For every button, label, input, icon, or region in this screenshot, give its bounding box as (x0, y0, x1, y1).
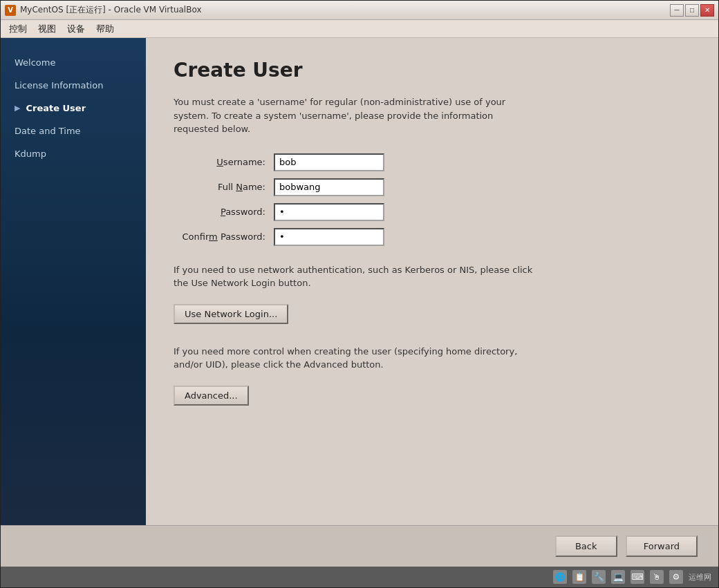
back-button[interactable]: Back (555, 535, 617, 557)
sidebar-welcome-label: Welcome (15, 57, 55, 68)
password-label: Password: (174, 207, 274, 217)
sidebar: Welcome License Information ▶ Create Use… (1, 38, 146, 525)
advanced-button[interactable]: Advanced... (174, 386, 249, 406)
username-label-text: Username: (216, 157, 265, 167)
sidebar-item-welcome[interactable]: Welcome (1, 52, 146, 73)
menu-devices[interactable]: 设备 (62, 21, 91, 37)
confirm-password-label: Confirm Password: (174, 231, 274, 242)
sidebar-item-date-time[interactable]: Date and Time (1, 120, 146, 142)
network-login-button[interactable]: Use Network Login... (174, 304, 288, 324)
status-icon-7: ⚙ (669, 570, 683, 584)
sidebar-kdump-label: Kdump (15, 149, 46, 159)
status-icon-3: 🔧 (592, 570, 606, 584)
advanced-description: If you need more control when creating t… (174, 345, 533, 372)
content-panel: Create User You must create a 'username'… (146, 38, 718, 525)
fullname-label: Full Name: (174, 182, 274, 192)
page-title: Create User (174, 59, 691, 82)
username-label: Username: (174, 157, 274, 167)
sidebar-item-create-user[interactable]: ▶ Create User (1, 97, 146, 119)
page-description: You must create a 'username' for regular… (174, 95, 533, 136)
main-area: Welcome License Information ▶ Create Use… (1, 38, 718, 525)
main-window: V MyCentOS [正在运行] - Oracle VM VirtualBox… (0, 0, 719, 588)
status-icon-4: 💻 (611, 570, 625, 584)
window-controls: ─ □ ✕ (670, 4, 714, 17)
status-icon-6: 🖱 (650, 570, 664, 584)
bottom-bar: Back Forward (1, 525, 718, 567)
forward-button[interactable]: Forward (626, 535, 698, 557)
window-title: MyCentOS [正在运行] - Oracle VM VirtualBox (20, 4, 201, 16)
sidebar-license-label: License Information (15, 80, 103, 91)
status-icon-5: ⌨ (631, 570, 644, 584)
statusbar: 🌐 📋 🔧 💻 ⌨ 🖱 ⚙ 运维网 (1, 567, 718, 587)
close-button[interactable]: ✕ (700, 4, 714, 17)
menu-help[interactable]: 帮助 (91, 21, 120, 37)
menu-control[interactable]: 控制 (3, 21, 32, 37)
app-icon: V (5, 5, 16, 16)
menu-view[interactable]: 视图 (32, 21, 62, 37)
username-row: Username: (174, 153, 691, 171)
confirm-password-row: Confirm Password: (174, 228, 691, 246)
titlebar-left: V MyCentOS [正在运行] - Oracle VM VirtualBox (5, 4, 201, 16)
sidebar-create-user-label: Create User (26, 103, 86, 113)
titlebar: V MyCentOS [正在运行] - Oracle VM VirtualBox… (1, 1, 718, 20)
password-label-text: Password: (221, 207, 265, 217)
fullname-input[interactable] (274, 178, 384, 196)
status-icon-1: 🌐 (553, 570, 567, 584)
fullname-label-text: Full Name: (218, 182, 265, 192)
network-description: If you need to use network authenticatio… (174, 263, 533, 290)
sidebar-item-kdump[interactable]: Kdump (1, 143, 146, 164)
menubar: 控制 视图 设备 帮助 (1, 20, 718, 38)
sidebar-item-license[interactable]: License Information (1, 75, 146, 96)
username-input[interactable] (274, 153, 384, 171)
status-icon-2: 📋 (572, 570, 586, 584)
sidebar-datetime-label: Date and Time (15, 126, 81, 136)
user-form: Username: Full Name: Password: (174, 153, 691, 246)
password-input[interactable] (274, 203, 384, 221)
confirm-password-input[interactable] (274, 228, 384, 246)
confirm-label-text: Confirm Password: (183, 231, 265, 242)
watermark-text: 运维网 (689, 572, 711, 582)
sidebar-arrow-icon: ▶ (15, 104, 20, 113)
fullname-row: Full Name: (174, 178, 691, 196)
minimize-button[interactable]: ─ (670, 4, 684, 17)
password-row: Password: (174, 203, 691, 221)
restore-button[interactable]: □ (685, 4, 699, 17)
